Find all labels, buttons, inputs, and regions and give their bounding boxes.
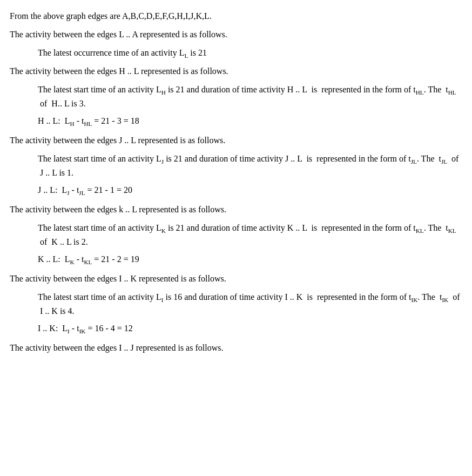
sub-JL2: JL (441, 158, 447, 165)
section-ik-body: The latest start time of an activity LI … (38, 291, 462, 318)
sub-KL2: KL (448, 227, 456, 234)
sub-J-formula: J (67, 190, 69, 196)
sub-IK2: IK (442, 297, 448, 303)
section-kl-body-text: The latest start time of an activity LK … (38, 223, 456, 246)
sub-I: I (161, 297, 164, 303)
sub-IK-formula: IK (79, 328, 86, 334)
section-jl-body-text: The latest start time of an activity LJ … (38, 154, 458, 177)
intro-paragraph: From the above graph edges are A,B,C,D,E… (10, 10, 462, 23)
sub-HL1: HL (416, 89, 424, 96)
section-kl-body: The latest start time of an activity LK … (38, 222, 462, 249)
section-hl-heading-text: The activity between the edges H .. L re… (10, 66, 228, 76)
section-ij-heading: The activity between the edges I .. J re… (10, 341, 462, 354)
section-hl-heading: The activity between the edges H .. L re… (10, 65, 462, 78)
sub-K-formula: K (70, 259, 75, 265)
sub-KL1: KL (416, 227, 424, 234)
section-jl-body: The latest start time of an activity LJ … (38, 152, 462, 179)
ik-formula-text: I .. K: LI - tIK = 16 - 4 = 12 (38, 324, 133, 333)
sub-KL-formula: KL (84, 259, 92, 265)
sub-HL2: HL (448, 89, 456, 96)
kl-formula-text: K .. L: LK - tKL = 21 - 2 = 19 (38, 254, 139, 264)
section-jl-formula: J .. L: LJ - tJL = 21 - 1 = 20 (38, 184, 462, 198)
sub-I-formula: I (68, 328, 70, 334)
section-kl-formula: K .. L: LK - tKL = 21 - 2 = 19 (38, 253, 462, 267)
sub-J: J (161, 158, 164, 165)
sub-H-formula: H (70, 120, 75, 127)
section-kl-heading-text: The activity between the edges k .. L re… (10, 205, 226, 214)
sub-IK1: IK (412, 297, 418, 303)
section-hl-body-text: The latest start time of an activity LH … (38, 85, 456, 108)
section-hl-body: The latest start time of an activity LH … (38, 83, 462, 110)
section-ik-body-text: The latest start time of an activity LI … (38, 292, 460, 316)
section-jl-heading: The activity between the edges J .. L re… (10, 134, 462, 147)
jl-formula-text: J .. L: LJ - tJL = 21 - 1 = 20 (38, 185, 132, 195)
section-kl-heading: The activity between the edges k .. L re… (10, 203, 462, 216)
sub-JL1: JL (411, 158, 417, 165)
section-la-body-text: The latest occurrence time of an activit… (38, 48, 207, 57)
section-la-body: The latest occurrence time of an activit… (38, 46, 462, 61)
sub-L: L (184, 52, 188, 59)
section-ik-formula: I .. K: LI - tIK = 16 - 4 = 12 (38, 322, 462, 336)
intro-text: From the above graph edges are A,B,C,D,E… (10, 11, 212, 21)
hl-formula-text: H .. L: LH - tHL = 21 - 3 = 18 (38, 116, 139, 125)
sub-K: K (161, 227, 166, 234)
section-la-heading: The activity between the edges L .. A re… (10, 28, 462, 41)
section-ik-heading: The activity between the edges I .. K re… (10, 272, 462, 285)
section-hl-formula: H .. L: LH - tHL = 21 - 3 = 18 (38, 115, 462, 129)
sub-H: H (161, 89, 166, 96)
section-la-heading-text: The activity between the edges L .. A re… (10, 30, 227, 39)
sub-JL-formula: JL (79, 190, 85, 196)
section-ik-heading-text: The activity between the edges I .. K re… (10, 274, 226, 283)
section-ij-heading-text: The activity between the edges I .. J re… (10, 343, 223, 352)
section-jl-heading-text: The activity between the edges J .. L re… (10, 136, 225, 145)
sub-HL-formula: HL (84, 120, 92, 127)
